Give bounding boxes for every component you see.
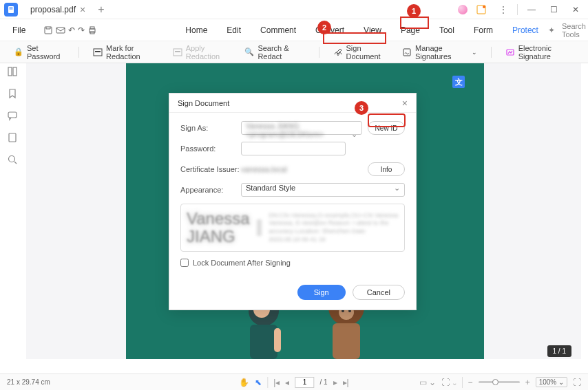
signature-details: DN:CN=Vanessa,O=example,OU=CN Vanessa Va…	[269, 212, 399, 244]
fullscreen-icon[interactable]: ⛶	[573, 378, 581, 387]
svg-rect-2	[10, 8, 13, 9]
sign-as-select[interactable]: Vanessa JIANG <program@DESKtom>	[241, 121, 362, 135]
search-redact-button[interactable]: 🔍 Search & Redact	[244, 44, 304, 61]
next-page-icon[interactable]: ▸	[333, 378, 337, 387]
zoom-out-icon[interactable]: −	[468, 378, 473, 387]
signature-icon	[333, 47, 343, 57]
save-icon[interactable]	[43, 23, 53, 37]
apply-redaction-button: Apply Redaction	[173, 44, 231, 61]
comment-icon[interactable]	[7, 110, 19, 122]
appearance-select[interactable]: Standard Style	[241, 183, 405, 197]
dialog-header: Sign Document ×	[169, 94, 416, 113]
info-button[interactable]: Info	[368, 162, 405, 176]
svg-rect-20	[9, 133, 16, 142]
svg-rect-14	[175, 51, 180, 52]
esign-icon	[505, 47, 515, 57]
notification-icon[interactable]	[473, 1, 490, 18]
page-dimensions: 21 x 29.74 cm	[7, 378, 50, 386]
print-icon[interactable]	[87, 23, 97, 37]
svg-point-21	[9, 156, 15, 162]
bookmark-icon[interactable]	[7, 88, 19, 100]
hand-tool-icon[interactable]: ✋	[239, 378, 249, 387]
lock-checkbox-input[interactable]	[180, 259, 189, 267]
cancel-button[interactable]: Cancel	[353, 285, 405, 300]
tab-comment[interactable]: Comment	[253, 21, 303, 39]
tab-title: proposal.pdf	[30, 5, 76, 14]
sign-as-label: Sign As:	[180, 124, 241, 132]
svg-rect-23	[250, 325, 277, 359]
dialog-title: Sign Document	[178, 99, 229, 107]
svg-rect-18	[13, 67, 17, 76]
maximize-button[interactable]: ☐	[545, 1, 562, 18]
tab-form[interactable]: Form	[467, 21, 500, 39]
attachment-icon[interactable]	[7, 132, 19, 144]
chevron-down-icon: ⌄	[472, 49, 477, 56]
svg-rect-15	[403, 49, 410, 56]
password-input[interactable]	[241, 142, 346, 155]
callout-1: 1	[407, 4, 421, 18]
search-icon[interactable]	[7, 154, 19, 166]
electronic-signature-button[interactable]: Electronic Signature	[505, 44, 574, 61]
menu-tabs: Home Edit Comment Convert View Page Tool…	[178, 21, 545, 39]
zoom-slider[interactable]	[479, 381, 520, 383]
first-page-icon[interactable]: |◂	[273, 378, 280, 387]
select-tool-icon[interactable]: ⬉	[255, 378, 262, 387]
sign-button[interactable]: Sign	[297, 285, 346, 300]
fit-icon[interactable]: ⛶ ⌄	[441, 378, 456, 387]
manage-signatures-button[interactable]: Manage Signatures ⌄	[402, 44, 477, 61]
tab-protect[interactable]: Protect	[505, 21, 545, 39]
tab-page[interactable]: Page	[394, 21, 427, 39]
last-page-icon[interactable]: ▸|	[343, 378, 349, 387]
svg-rect-1	[10, 7, 13, 8]
search-tools[interactable]: Search Tools	[562, 22, 586, 39]
signature-name: Vanessa JIANG	[187, 210, 250, 246]
redo-icon[interactable]: ↷	[78, 23, 85, 37]
dialog-close-icon[interactable]: ×	[402, 98, 408, 109]
tab-view[interactable]: View	[357, 21, 388, 39]
callout-2: 2	[317, 21, 331, 34]
new-id-button[interactable]: New ID	[368, 121, 405, 135]
kebab-icon[interactable]: ⋮	[495, 1, 512, 18]
close-button[interactable]: ✕	[567, 1, 584, 18]
mail-icon[interactable]	[56, 23, 65, 37]
undo-icon[interactable]: ↶	[68, 23, 75, 37]
translate-badge[interactable]: 文	[452, 76, 465, 88]
redaction-icon	[93, 47, 103, 57]
set-password-button[interactable]: 🔒 Set Password	[14, 44, 65, 61]
tab-close-icon[interactable]: ×	[80, 4, 85, 15]
search-redact-icon: 🔍	[244, 47, 254, 57]
svg-rect-6	[56, 28, 65, 33]
tab-home[interactable]: Home	[178, 21, 214, 39]
apply-redaction-icon	[173, 47, 182, 57]
password-label: Password:	[180, 144, 241, 153]
tab-tool[interactable]: Tool	[432, 21, 461, 39]
tab-edit[interactable]: Edit	[220, 21, 248, 39]
menubar: File ↶ ↷ Home Edit Comment Convert View …	[0, 19, 588, 41]
svg-rect-19	[8, 112, 17, 118]
mark-redaction-button[interactable]: Mark for Redaction	[93, 44, 159, 61]
sign-document-dialog: Sign Document × Sign As: Vanessa JIANG <…	[169, 93, 417, 310]
appearance-label: Appearance:	[180, 186, 241, 194]
svg-rect-31	[333, 323, 360, 359]
app-icon	[4, 3, 18, 17]
page-number-input[interactable]	[295, 377, 314, 388]
left-sidebar	[0, 63, 26, 359]
document-tab[interactable]: proposal.pdf ×	[23, 1, 92, 18]
cert-issuer-value: vanessa.local	[241, 165, 362, 173]
prev-page-icon[interactable]: ◂	[285, 378, 289, 387]
svg-rect-17	[8, 67, 12, 76]
signature-preview: Vanessa JIANG DN:CN=Vanessa,O=example,OU…	[180, 204, 405, 252]
view-mode-icon[interactable]: ▭ ⌄	[419, 378, 436, 387]
zoom-in-icon[interactable]: +	[525, 378, 530, 387]
lock-document-checkbox[interactable]: Lock Document After Signing	[180, 259, 405, 267]
search-sparkle-icon: ✦	[548, 25, 555, 35]
minimize-button[interactable]: —	[523, 1, 540, 18]
user-avatar[interactable]	[458, 5, 468, 14]
signature-badge	[257, 219, 262, 236]
zoom-select[interactable]: 100% ⌄	[536, 377, 567, 387]
protect-toolbar: 🔒 Set Password Mark for Redaction Apply …	[0, 41, 588, 63]
sign-document-button[interactable]: Sign Document	[333, 44, 388, 61]
thumbnails-icon[interactable]	[7, 66, 19, 78]
file-menu[interactable]: File	[7, 23, 31, 38]
tab-add-icon[interactable]: +	[98, 3, 104, 16]
